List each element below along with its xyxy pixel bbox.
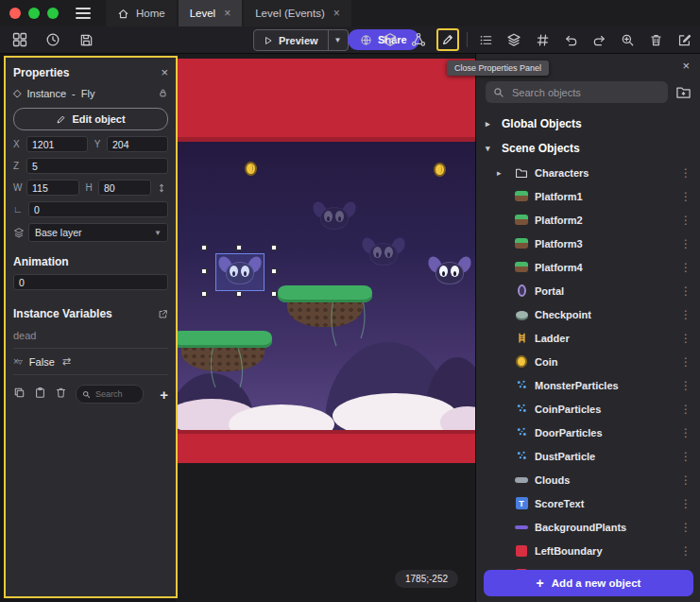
- minimize-window-button[interactable]: [28, 8, 40, 19]
- close-tab-icon[interactable]: ×: [333, 7, 340, 20]
- y-input[interactable]: [107, 136, 168, 152]
- zoom-icon[interactable]: [617, 28, 638, 51]
- resize-handle[interactable]: [271, 268, 277, 274]
- item-menu-icon[interactable]: ⋮: [680, 308, 691, 321]
- hierarchy-icon[interactable]: [408, 28, 429, 51]
- object-item[interactable]: ScoreText⋮: [476, 491, 700, 515]
- undo-icon[interactable]: [560, 28, 581, 51]
- history-icon[interactable]: [43, 28, 63, 51]
- duplicate-icon[interactable]: [13, 386, 26, 403]
- resize-handle[interactable]: [271, 291, 277, 297]
- item-menu-icon[interactable]: ⋮: [680, 166, 691, 180]
- swap-value-icon[interactable]: ⇄: [62, 355, 71, 368]
- open-external-icon[interactable]: [158, 309, 168, 319]
- item-menu-icon[interactable]: ⋮: [680, 190, 691, 203]
- object-item[interactable]: Platform3⋮: [476, 232, 700, 255]
- object-item[interactable]: Portal⋮: [476, 279, 700, 302]
- item-menu-icon[interactable]: ⋮: [680, 379, 691, 392]
- close-properties-icon[interactable]: ×: [161, 65, 168, 79]
- layout-icon[interactable]: [9, 28, 30, 51]
- menu-icon[interactable]: [76, 8, 91, 19]
- item-menu-icon[interactable]: ⋮: [680, 355, 691, 369]
- preview-button[interactable]: Preview ▼: [253, 29, 349, 51]
- window-controls[interactable]: [0, 8, 68, 19]
- object-item[interactable]: BackgroundPlants⋮: [476, 515, 700, 539]
- layers-icon[interactable]: [504, 28, 524, 51]
- fly-object[interactable]: [433, 259, 467, 284]
- resize-handle[interactable]: [201, 291, 207, 297]
- item-menu-icon[interactable]: ⋮: [680, 214, 691, 227]
- x-input[interactable]: [26, 136, 88, 152]
- h-input[interactable]: [98, 180, 151, 196]
- level-canvas[interactable]: 1785;-252: [176, 53, 475, 602]
- coin-object[interactable]: [434, 163, 446, 177]
- object-item[interactable]: Platform4⋮: [476, 255, 700, 279]
- item-menu-icon[interactable]: ⋮: [680, 544, 691, 558]
- item-menu-icon[interactable]: ⋮: [680, 521, 691, 534]
- item-menu-icon[interactable]: ⋮: [680, 237, 691, 250]
- add-variable-button[interactable]: +: [160, 387, 168, 403]
- object-item[interactable]: Clouds⋮: [476, 468, 700, 491]
- object-item-folder[interactable]: ▸ Characters ⋮: [476, 161, 700, 184]
- item-menu-icon[interactable]: ⋮: [680, 261, 691, 274]
- object-item[interactable]: MonsterParticles⋮: [476, 373, 700, 397]
- selection-bounds[interactable]: [204, 248, 274, 294]
- caret-right-icon[interactable]: ▸: [497, 168, 508, 178]
- item-menu-icon[interactable]: ⋮: [680, 497, 691, 510]
- resize-handle[interactable]: [236, 245, 242, 250]
- z-input[interactable]: [26, 158, 168, 174]
- preview-dropdown-icon[interactable]: ▼: [329, 36, 348, 44]
- w-input[interactable]: [26, 180, 79, 196]
- compose-icon[interactable]: [674, 28, 694, 51]
- item-menu-icon[interactable]: ⋮: [680, 450, 691, 463]
- save-icon[interactable]: [76, 28, 96, 51]
- item-menu-icon[interactable]: ⋮: [680, 426, 691, 439]
- platform-object[interactable]: [278, 285, 372, 302]
- variables-search-input[interactable]: [94, 388, 126, 400]
- close-tab-icon[interactable]: ×: [224, 7, 230, 20]
- redo-icon[interactable]: [589, 28, 609, 51]
- resize-handle[interactable]: [236, 291, 242, 297]
- angle-input[interactable]: [28, 201, 168, 217]
- object-item[interactable]: Checkpoint⋮: [476, 302, 700, 326]
- close-window-button[interactable]: [9, 8, 21, 19]
- resize-handle[interactable]: [271, 245, 277, 250]
- edit-pencil-icon[interactable]: [436, 28, 459, 51]
- add-folder-icon[interactable]: [675, 84, 691, 100]
- object-item[interactable]: Ladder⋮: [476, 326, 700, 350]
- tab-level-events[interactable]: Level (Events) ×: [244, 0, 351, 26]
- add-new-object-button[interactable]: + Add a new object: [484, 570, 693, 596]
- resize-handle[interactable]: [201, 245, 207, 250]
- item-menu-icon[interactable]: ⋮: [680, 284, 691, 298]
- trash-icon[interactable]: [55, 386, 67, 403]
- 3d-view-icon[interactable]: [380, 28, 401, 51]
- platform-object[interactable]: [176, 331, 272, 348]
- variable-value[interactable]: False: [29, 356, 55, 368]
- objects-search[interactable]: [486, 81, 668, 103]
- item-menu-icon[interactable]: ⋮: [680, 332, 691, 345]
- grid-icon[interactable]: [532, 28, 553, 51]
- item-menu-icon[interactable]: ⋮: [680, 473, 691, 487]
- animation-input[interactable]: [13, 274, 168, 290]
- lock-icon[interactable]: [158, 88, 168, 98]
- layer-select[interactable]: Base layer ▼: [28, 223, 168, 242]
- close-objects-panel-icon[interactable]: ×: [682, 59, 690, 73]
- object-item[interactable]: CoinParticles⋮: [476, 397, 700, 421]
- object-item[interactable]: DustParticle⋮: [476, 444, 700, 468]
- trash-icon[interactable]: [645, 28, 666, 51]
- clipboard-icon[interactable]: [34, 386, 46, 403]
- object-item[interactable]: LeftBoundary⋮: [476, 539, 700, 562]
- group-global-objects[interactable]: ▸ Global Objects: [476, 112, 700, 136]
- tab-home[interactable]: Home: [106, 0, 177, 26]
- link-dimensions-icon[interactable]: [155, 182, 168, 194]
- object-item[interactable]: Platform1⋮: [476, 184, 700, 208]
- resize-handle[interactable]: [201, 268, 207, 274]
- item-menu-icon[interactable]: ⋮: [680, 403, 691, 416]
- edit-object-button[interactable]: Edit object: [13, 108, 168, 130]
- object-item[interactable]: DoorParticles⋮: [476, 421, 700, 444]
- object-item[interactable]: Platform2⋮: [476, 208, 700, 232]
- coin-object[interactable]: [245, 162, 257, 176]
- maximize-window-button[interactable]: [47, 8, 59, 19]
- objects-search-input[interactable]: [510, 86, 660, 99]
- object-item[interactable]: Coin⋮: [476, 350, 700, 373]
